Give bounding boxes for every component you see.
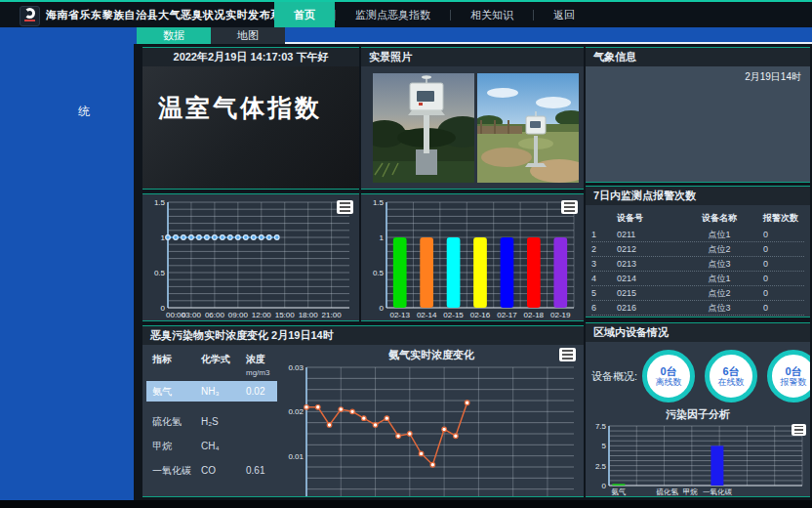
alarm-count-cell: 0 <box>763 286 804 300</box>
logo-underline <box>24 20 35 21</box>
odor-col-formula: 化学式 <box>201 353 246 377</box>
nav-item-knowledge[interactable]: 相关知识 <box>451 2 533 27</box>
svg-text:21:00: 21:00 <box>322 311 343 319</box>
factor-bars-chart[interactable]: 氨气硫化氢甲烷一氧化碳02.557.5 <box>586 422 810 496</box>
daily-bars-chart[interactable]: 02-1302-1402-1502-1602-1702-1802-1900.51… <box>361 194 584 320</box>
nh3-chart-title: 氨气实时浓度变化 <box>279 345 584 361</box>
formula-cell: NH₃ <box>201 386 246 397</box>
formula-cell: CH₄ <box>201 441 246 451</box>
alarm-count-cell: 0 <box>763 242 804 256</box>
alarm-table-body: 10211点位1020212点位2030213点位3040214点位105021… <box>586 228 810 316</box>
circle-label: 离线数 <box>656 377 682 388</box>
device-panel-title: 区域内设备情况 <box>586 323 810 342</box>
circle-count: 6台 <box>723 365 740 377</box>
device-id-cell: 0211 <box>617 228 675 241</box>
weather-panel-title: 气象信息 <box>586 48 810 66</box>
alarm-table-row: 40214点位10 <box>591 272 804 286</box>
row-index-cell: 4 <box>591 272 617 285</box>
svg-text:18:00: 18:00 <box>299 311 319 319</box>
alarm-col-count: 报警次数 <box>763 212 804 225</box>
device-name-cell: 点位1 <box>675 272 763 285</box>
svg-text:硫化氢: 硫化氢 <box>656 487 678 496</box>
logo-mark-icon <box>24 8 35 19</box>
nh3-chart-wrap: 氨气实时浓度变化 00:0003:0006:0009:0012:0015:001… <box>279 345 584 496</box>
left-sidebar: 统 <box>0 27 134 500</box>
top-bar: 海南省乐东黎族自治县大气恶臭状况实时发布系 首页 监测点恶臭指数 相关知识 返回 <box>0 0 812 27</box>
factor-chart-title: 污染因子分析 <box>586 404 810 421</box>
circle-count: 0台 <box>786 365 802 377</box>
banner-panel: 2022年2月19日 14:17:03 下午好 温室气体指数 <box>142 47 359 190</box>
svg-text:02-14: 02-14 <box>417 311 437 319</box>
odor-panel-title: 恶臭污染物实时浓度变化 2月19日14时 <box>142 326 584 345</box>
weather-body: 2月19日14时 <box>586 66 810 182</box>
tab-map[interactable]: 地图 <box>211 27 285 44</box>
odor-table-header: 指标 化学式 浓度 mg/m3 <box>146 349 279 379</box>
svg-text:02-15: 02-15 <box>443 311 464 319</box>
circle-label: 报警数 <box>781 377 807 388</box>
odor-body: 指标 化学式 浓度 mg/m3 氨气NH₃0.02硫化氢H₂S甲烷CH₄一氧化碳… <box>142 345 584 496</box>
banner-body: 温室气体指数 <box>142 66 359 189</box>
odor-table-row[interactable]: 硫化氢H₂S <box>146 411 277 432</box>
formula-cell: H₂S <box>201 416 246 427</box>
bottom-strip <box>0 500 812 508</box>
alarm-table-header: 设备号 设备名称 报警次数 <box>586 205 810 228</box>
title-wrap-text: 统 <box>78 104 90 120</box>
weather-time: 2月19日14时 <box>586 66 810 84</box>
svg-text:12:00: 12:00 <box>252 311 272 319</box>
svg-text:06:00: 06:00 <box>205 311 225 319</box>
svg-text:7.5: 7.5 <box>595 422 607 431</box>
photo-panel: 实景照片 <box>361 47 584 190</box>
svg-text:2.5: 2.5 <box>595 462 607 471</box>
nav-item-home[interactable]: 首页 <box>274 2 335 27</box>
device-id-cell: 0212 <box>617 242 675 256</box>
svg-text:1.5: 1.5 <box>154 198 166 207</box>
alarm-col-index <box>591 212 617 225</box>
svg-text:0.5: 0.5 <box>154 269 166 277</box>
svg-text:0.01: 0.01 <box>288 452 304 461</box>
odor-table-row[interactable]: 甲烷CH₄ <box>146 436 277 456</box>
index-line-chart[interactable]: 00:0003:0006:0009:0012:0015:0018:0021:00… <box>142 194 359 320</box>
nav-item-back[interactable]: 返回 <box>534 2 594 27</box>
chart-toolbox-menu-icon[interactable] <box>337 200 353 214</box>
indicator-cell: 硫化氢 <box>152 415 201 429</box>
svg-text:一氧化碳: 一氧化碳 <box>703 487 733 496</box>
svg-text:0.5: 0.5 <box>373 269 385 277</box>
row-index-cell: 1 <box>591 228 617 241</box>
tab-data[interactable]: 数据 <box>137 27 211 44</box>
svg-text:0: 0 <box>380 304 385 313</box>
svg-text:5: 5 <box>602 442 607 450</box>
index-line-panel: 00:0003:0006:0009:0012:0015:0018:0021:00… <box>142 193 359 321</box>
chart-toolbox-menu-icon[interactable] <box>559 348 576 361</box>
odor-table: 指标 化学式 浓度 mg/m3 氨气NH₃0.02硫化氢H₂S甲烷CH₄一氧化碳… <box>142 345 279 496</box>
odor-col-concentration: 浓度 mg/m3 <box>246 353 277 377</box>
daily-bars-panel: 02-1302-1402-1502-1602-1702-1802-1900.51… <box>361 193 584 321</box>
device-name-cell: 点位1 <box>675 228 763 241</box>
nav-item-odor-index[interactable]: 监测点恶臭指数 <box>336 2 450 27</box>
nh3-line-chart[interactable]: 00:0003:0006:0009:0012:0015:0018:0021:00… <box>279 361 584 497</box>
odor-table-body: 氨气NH₃0.02硫化氢H₂S甲烷CH₄一氧化碳CO0.61 <box>146 381 279 481</box>
svg-text:02-19: 02-19 <box>550 311 571 319</box>
circle-count: 0台 <box>661 365 677 377</box>
odor-table-row[interactable]: 一氧化碳CO0.61 <box>146 460 277 481</box>
row-index-cell: 5 <box>591 286 617 300</box>
alarm-table-row: 30213点位30 <box>591 257 804 272</box>
chart-toolbox-menu-icon[interactable] <box>561 200 578 214</box>
device-count-circle: 6台在线数 <box>705 350 757 402</box>
odor-panel: 恶臭污染物实时浓度变化 2月19日14时 指标 化学式 浓度 mg/m3 氨气N… <box>142 325 584 497</box>
weather-panel: 气象信息 2月19日14时 <box>586 47 810 183</box>
row-index-cell: 3 <box>591 257 617 271</box>
svg-text:0: 0 <box>300 496 304 497</box>
photo-panel-title: 实景照片 <box>361 48 584 66</box>
svg-text:1: 1 <box>161 233 166 242</box>
svg-text:0: 0 <box>602 482 607 490</box>
chart-toolbox-menu-icon[interactable] <box>792 424 806 436</box>
svg-text:09:00: 09:00 <box>228 311 249 319</box>
device-name-cell: 点位3 <box>675 301 763 315</box>
odor-table-row[interactable]: 氨气NH₃0.02 <box>146 381 277 402</box>
row-index-cell: 6 <box>591 301 617 315</box>
alarm-col-device-name: 设备名称 <box>675 212 763 225</box>
alarm-count-cell: 0 <box>763 301 804 315</box>
alarm-panel-title: 7日内监测点报警次数 <box>586 187 810 205</box>
device-circles: 0台离线数6台在线数0台报警数 <box>642 350 810 402</box>
device-name-cell: 点位2 <box>675 286 763 300</box>
